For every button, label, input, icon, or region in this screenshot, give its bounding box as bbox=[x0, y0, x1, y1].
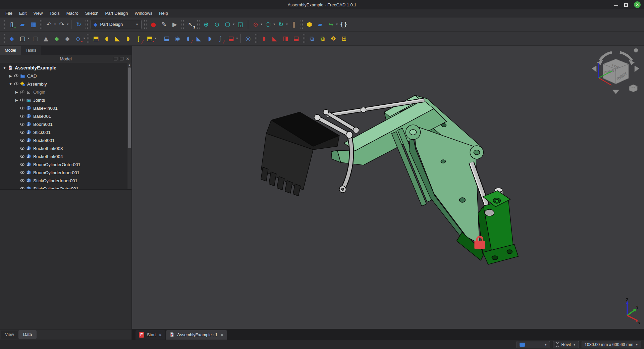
toolbar-drag-handle[interactable] bbox=[144, 20, 147, 29]
chamfer-button[interactable]: ◣ bbox=[270, 34, 280, 44]
additive-loft-button[interactable]: ◣ bbox=[112, 34, 122, 44]
subtractive-helix-button[interactable]: ʃ╱ bbox=[215, 34, 225, 44]
visibility-eye-icon[interactable] bbox=[19, 170, 25, 175]
zoom-box-button[interactable]: ◱ bbox=[235, 19, 246, 30]
tree-item-stick001[interactable]: Stick001 bbox=[0, 128, 127, 136]
tree-item-boom001[interactable]: Boom001 bbox=[0, 120, 127, 128]
visibility-eye-icon[interactable] bbox=[19, 154, 25, 159]
tab-tasks[interactable]: Tasks bbox=[21, 46, 41, 55]
close-tab-icon[interactable]: ✕ bbox=[158, 333, 162, 338]
visibility-eye-icon[interactable] bbox=[13, 73, 19, 78]
tree-item-stickcylinderouter001[interactable]: StickCylinderOuter001 bbox=[0, 185, 127, 190]
tree-item-cad[interactable]: ▶CAD bbox=[0, 72, 127, 80]
tree-item-bucketlink003[interactable]: BucketLink003 bbox=[0, 144, 127, 152]
tree-item-bucketlink004[interactable]: BucketLink004 bbox=[0, 152, 127, 160]
chevron-down-icon[interactable]: ▼ bbox=[54, 23, 56, 26]
dock-float-icon[interactable] bbox=[120, 57, 123, 60]
open-document-button[interactable]: ▰ bbox=[17, 19, 28, 30]
workbench-selector[interactable]: ◆Part Design▼ bbox=[91, 20, 142, 29]
create-sketch-button[interactable]: ▢◠ bbox=[17, 34, 28, 44]
menu-file[interactable]: File bbox=[2, 10, 16, 17]
tree-expand-closed-icon[interactable]: ▶ bbox=[14, 98, 19, 102]
additive-helix-button[interactable]: ʃ╱ bbox=[134, 34, 144, 44]
navigation-style-dropdown[interactable]: Revit▼ bbox=[553, 341, 579, 348]
chevron-down-icon[interactable]: ▼ bbox=[336, 23, 338, 26]
view-isometric-button[interactable]: ⬡ bbox=[223, 19, 233, 30]
fit-all-button[interactable]: ⊕ bbox=[201, 19, 211, 30]
macro-record-button[interactable]: ● bbox=[148, 19, 158, 30]
macro-execute-button[interactable]: ▶ bbox=[170, 19, 180, 30]
tree-item-base001[interactable]: Base001 bbox=[0, 112, 127, 120]
new-document-button[interactable]: ▯+ bbox=[7, 19, 17, 30]
visibility-eye-icon[interactable] bbox=[19, 130, 25, 135]
create-datum-button[interactable]: ▲ bbox=[41, 34, 51, 44]
tree-item-bucket001[interactable]: Bucket001 bbox=[0, 136, 127, 144]
tree-expand-open-icon[interactable]: ▼ bbox=[8, 82, 13, 86]
visibility-eye-off-icon[interactable] bbox=[19, 90, 25, 94]
chevron-down-icon[interactable]: ▼ bbox=[273, 23, 276, 26]
thickness-button[interactable]: ⬓ bbox=[291, 34, 301, 44]
sync-view-button[interactable]: ↻ bbox=[276, 19, 286, 30]
toolbar-drag-handle[interactable] bbox=[303, 34, 305, 43]
create-clone-button[interactable]: ◆ bbox=[62, 34, 72, 44]
tree-item-stickcylinderinner001[interactable]: StickCylinderInner001 bbox=[0, 177, 127, 185]
minimize-button[interactable] bbox=[614, 5, 618, 6]
expression-editor-button[interactable]: {} bbox=[338, 19, 348, 30]
visibility-eye-icon[interactable] bbox=[19, 122, 25, 127]
subtractive-primitive-button[interactable]: ⬓ bbox=[226, 34, 236, 44]
toolbar-drag-handle[interactable] bbox=[301, 20, 303, 29]
maximize-button[interactable] bbox=[624, 3, 628, 7]
groove-button[interactable]: ◖╱ bbox=[183, 34, 193, 44]
menu-sketch[interactable]: Sketch bbox=[82, 10, 102, 17]
chevron-down-icon[interactable]: ▼ bbox=[286, 23, 288, 26]
visibility-eye-icon[interactable] bbox=[19, 114, 25, 118]
visibility-eye-icon[interactable] bbox=[19, 162, 25, 167]
macro-edit-button[interactable]: ✎ bbox=[159, 19, 169, 30]
toolbar-drag-handle[interactable] bbox=[3, 34, 5, 43]
measure-button[interactable]: ∥ bbox=[289, 19, 299, 30]
tree-item-boomcylinderinner001[interactable]: BoomCylinderInner001 bbox=[0, 168, 127, 177]
mdi-tab-assemblyexample-1[interactable]: AssemblyExample : 1✕ bbox=[166, 330, 227, 340]
save-document-button[interactable]: ▦ bbox=[28, 19, 38, 30]
visibility-eye-icon[interactable] bbox=[19, 146, 25, 151]
create-shapebinder-button[interactable]: ◆ bbox=[52, 34, 62, 44]
subtractive-sweep-button[interactable]: ◗ bbox=[205, 34, 215, 44]
visibility-eye-icon[interactable] bbox=[19, 98, 25, 102]
draft-button[interactable]: ◨ bbox=[280, 34, 290, 44]
toolbar-drag-handle[interactable] bbox=[181, 20, 184, 29]
tree-item-origin[interactable]: ▶Origin bbox=[0, 88, 127, 96]
dock-minimize-icon[interactable] bbox=[114, 57, 117, 60]
pad-button[interactable]: ⬒ bbox=[91, 34, 101, 44]
dock-close-icon[interactable]: ✕ bbox=[126, 57, 129, 61]
view-style-dropdown[interactable]: ▼ bbox=[517, 341, 550, 348]
pocket-button[interactable]: ⬓ bbox=[162, 34, 172, 44]
fillet-button[interactable]: ◗ bbox=[259, 34, 269, 44]
selection-view-button[interactable]: ⬡ bbox=[263, 19, 273, 30]
undo-button[interactable]: ↶ bbox=[44, 19, 54, 30]
tree-item-joints[interactable]: ▶Joints bbox=[0, 96, 127, 104]
chevron-down-icon[interactable]: ▼ bbox=[27, 37, 30, 40]
toolbar-drag-handle[interactable] bbox=[255, 34, 257, 43]
fit-selection-button[interactable]: ⊙ bbox=[212, 19, 222, 30]
tree-item-assembly[interactable]: ▼Assembly bbox=[0, 80, 127, 88]
tab-view[interactable]: View bbox=[1, 331, 18, 339]
draw-style-button[interactable]: ⊘ bbox=[251, 19, 261, 30]
menu-tools[interactable]: Tools bbox=[46, 10, 63, 17]
subtractive-loft-button[interactable]: ◣ bbox=[194, 34, 204, 44]
toolbar-drag-handle[interactable] bbox=[3, 20, 5, 29]
tree-expand-open-icon[interactable]: ▼ bbox=[2, 66, 7, 70]
visibility-eye-icon[interactable] bbox=[13, 82, 19, 86]
mdi-tab-start[interactable]: FStart✕ bbox=[136, 330, 165, 340]
menu-help[interactable]: Help bbox=[156, 10, 171, 17]
menu-macro[interactable]: Macro bbox=[63, 10, 82, 17]
multitransform-button[interactable]: ⊞ bbox=[339, 34, 349, 44]
view-dimensions-dropdown[interactable]: 1080.00 mm x 600.63 mm▼ bbox=[582, 341, 641, 348]
tree-scrollbar[interactable]: ▲ bbox=[127, 63, 131, 189]
visibility-eye-icon[interactable] bbox=[19, 178, 25, 183]
chevron-down-icon[interactable]: ▼ bbox=[260, 23, 263, 26]
menu-view[interactable]: View bbox=[30, 10, 46, 17]
visibility-eye-icon[interactable] bbox=[19, 138, 25, 143]
additive-sweep-button[interactable]: ◗ bbox=[123, 34, 133, 44]
chevron-down-icon[interactable]: ▼ bbox=[232, 23, 235, 26]
menu-windows[interactable]: Windows bbox=[131, 10, 156, 17]
